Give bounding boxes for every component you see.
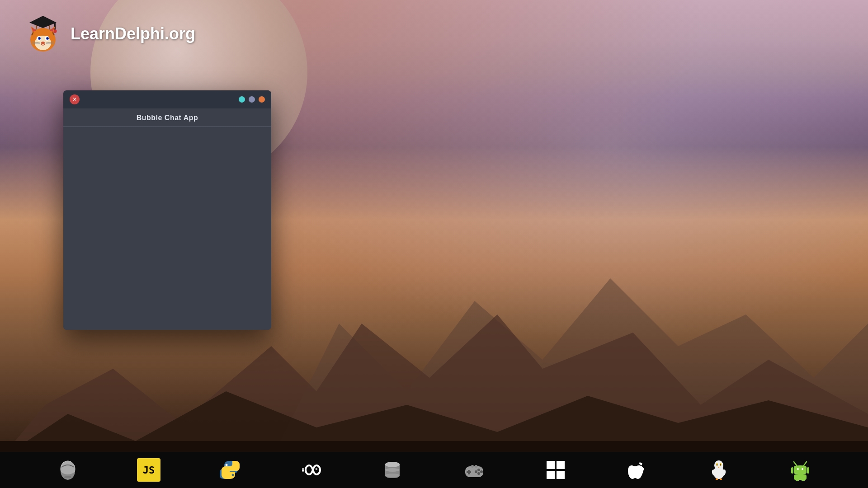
svg-point-32 bbox=[385, 462, 400, 467]
apple-icon[interactable] bbox=[625, 458, 650, 483]
svg-rect-37 bbox=[467, 471, 471, 473]
window-dots bbox=[239, 96, 265, 103]
svg-line-60 bbox=[804, 462, 807, 465]
window-title-text: Bubble Chat App bbox=[137, 114, 198, 122]
svg-point-33 bbox=[385, 468, 400, 472]
linux-icon[interactable] bbox=[706, 458, 731, 483]
svg-line-59 bbox=[794, 462, 797, 465]
svg-rect-65 bbox=[794, 474, 807, 480]
window-title-bar: Bubble Chat App bbox=[63, 108, 271, 127]
svg-rect-63 bbox=[791, 467, 793, 474]
svg-point-42 bbox=[471, 465, 474, 468]
window-close-button[interactable]: ✕ bbox=[70, 94, 80, 104]
svg-point-27 bbox=[231, 474, 234, 476]
logo-area: LearnDelphi.org bbox=[23, 14, 195, 54]
svg-point-13 bbox=[39, 38, 40, 38]
window-titlebar: ✕ bbox=[63, 90, 271, 108]
svg-point-38 bbox=[477, 469, 480, 471]
svg-point-15 bbox=[41, 42, 45, 44]
svg-point-26 bbox=[225, 464, 227, 466]
taskbar: JS bbox=[0, 452, 868, 488]
window-content-area bbox=[63, 127, 271, 330]
svg-rect-25 bbox=[64, 476, 71, 478]
gamepad-icon[interactable] bbox=[462, 458, 486, 483]
python-icon[interactable] bbox=[217, 458, 242, 483]
svg-rect-47 bbox=[557, 471, 565, 479]
window-dot-teal bbox=[239, 96, 245, 103]
svg-rect-46 bbox=[547, 471, 555, 479]
logo-text: LearnDelphi.org bbox=[71, 24, 195, 43]
arduino-icon[interactable] bbox=[299, 458, 324, 483]
svg-point-49 bbox=[714, 460, 723, 470]
windows-icon[interactable] bbox=[543, 458, 568, 483]
window-dot-gray bbox=[249, 96, 255, 103]
svg-point-41 bbox=[475, 470, 477, 473]
android-icon[interactable] bbox=[788, 458, 812, 483]
svg-marker-4 bbox=[29, 16, 57, 28]
app-window: ✕ Bubble Chat App bbox=[63, 90, 271, 330]
javascript-icon[interactable]: JS bbox=[137, 458, 160, 482]
svg-rect-64 bbox=[807, 467, 809, 474]
learn-delphi-logo-icon bbox=[23, 14, 63, 54]
delphi-icon[interactable] bbox=[56, 458, 80, 483]
svg-point-53 bbox=[720, 465, 721, 465]
svg-point-39 bbox=[480, 470, 483, 473]
svg-point-61 bbox=[797, 468, 799, 470]
svg-rect-44 bbox=[547, 461, 555, 469]
svg-point-52 bbox=[716, 465, 717, 465]
svg-rect-55 bbox=[716, 479, 718, 480]
svg-point-34 bbox=[385, 474, 400, 477]
svg-rect-56 bbox=[720, 479, 722, 480]
database-icon[interactable] bbox=[380, 458, 405, 483]
svg-point-62 bbox=[802, 468, 803, 470]
svg-point-40 bbox=[477, 472, 480, 475]
window-dot-orange bbox=[259, 96, 265, 103]
svg-point-14 bbox=[47, 38, 48, 38]
svg-point-43 bbox=[475, 465, 477, 468]
svg-rect-45 bbox=[557, 461, 565, 469]
